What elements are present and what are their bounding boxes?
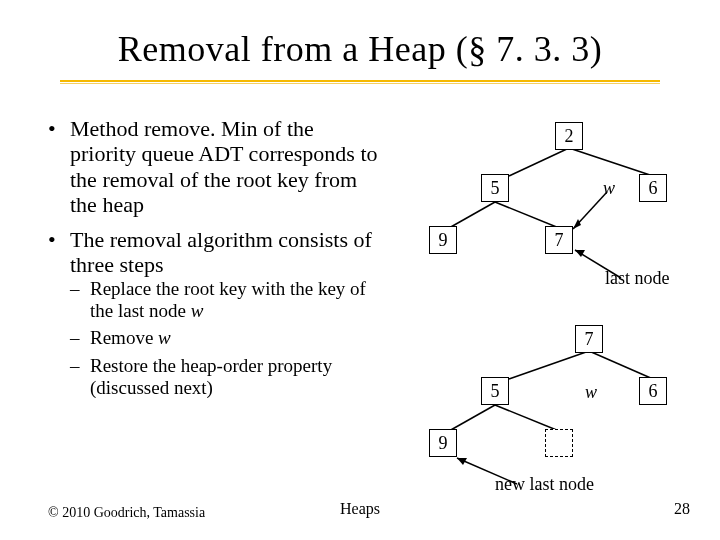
- tree1-leftleft-node: 9: [429, 226, 457, 254]
- svg-line-1: [569, 148, 653, 176]
- sub2-text: Remove: [90, 327, 158, 348]
- sub-bullet-1: Replace the root key with the key of the…: [70, 278, 383, 322]
- diagram: 2 5 6 9 7 w last node 7 5 6 9 w new last…: [375, 120, 705, 510]
- svg-line-2: [449, 202, 495, 228]
- sub-bullet-3: Restore the heap-order property (discuss…: [70, 355, 383, 399]
- bullet-2: The removal algorithm consists of three …: [48, 227, 383, 399]
- svg-line-8: [509, 351, 589, 379]
- tree2-root-node: 7: [575, 325, 603, 353]
- svg-line-0: [509, 148, 569, 176]
- tree2-leftleft-node: 9: [429, 429, 457, 457]
- svg-line-3: [495, 202, 559, 228]
- tree2-w-label: w: [585, 382, 597, 403]
- sub1-text: Replace the root key with the key of the…: [90, 278, 366, 321]
- page-number: 28: [674, 500, 690, 518]
- tree2-newlastnode-label: new last node: [495, 474, 594, 495]
- title-wrap: Removal from a Heap (§ 7. 3. 3): [0, 28, 720, 70]
- svg-line-11: [495, 405, 559, 431]
- tree2-left-node: 5: [481, 377, 509, 405]
- body-text: Method remove. Min of the priority queue…: [48, 116, 383, 409]
- sub-bullet-2: Remove w: [70, 327, 383, 349]
- tree2-removed-node: [545, 429, 573, 457]
- title-underline: [60, 80, 660, 86]
- slide: Removal from a Heap (§ 7. 3. 3) Method r…: [0, 0, 720, 540]
- tree1-lastnode-label: last node: [605, 268, 670, 289]
- slide-title: Removal from a Heap (§ 7. 3. 3): [0, 28, 720, 70]
- sub1-var: w: [191, 300, 204, 321]
- tree2-right-node: 6: [639, 377, 667, 405]
- tree1-root-node: 2: [555, 122, 583, 150]
- svg-line-10: [449, 405, 495, 431]
- footer-center: Heaps: [0, 500, 720, 518]
- sub2-var: w: [158, 327, 171, 348]
- tree1-leftright-node: 7: [545, 226, 573, 254]
- tree1-right-node: 6: [639, 174, 667, 202]
- bullet-1: Method remove. Min of the priority queue…: [48, 116, 383, 217]
- svg-line-9: [589, 351, 653, 379]
- bullet-2-text: The removal algorithm consists of three …: [70, 227, 372, 277]
- tree1-left-node: 5: [481, 174, 509, 202]
- tree1-w-label: w: [603, 178, 615, 199]
